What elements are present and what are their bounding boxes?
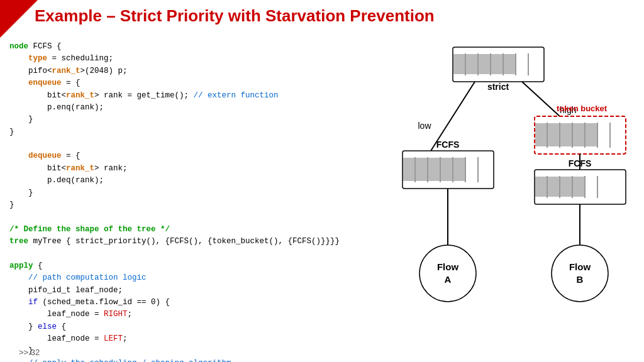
svg-rect-40 (441, 158, 452, 181)
fcfs-left-node: FCFS (402, 140, 494, 189)
svg-text:strict: strict (487, 82, 509, 92)
code-block: node FCFS { type = scheduling; pifo<rank… (9, 41, 362, 362)
svg-rect-7 (453, 54, 465, 74)
svg-point-60 (552, 245, 608, 302)
svg-text:A: A (445, 274, 452, 285)
diagram: strict low high token bucket (358, 41, 638, 349)
svg-rect-11 (504, 54, 515, 74)
top-triangle-decoration (0, 0, 38, 38)
svg-rect-41 (453, 158, 465, 181)
svg-text:B: B (577, 274, 584, 285)
page-title: Example – Strict Priority with Starvatio… (35, 6, 435, 26)
svg-rect-52 (573, 177, 584, 197)
svg-rect-49 (535, 177, 547, 197)
svg-rect-25 (548, 123, 559, 146)
svg-text:low: low (418, 121, 431, 131)
svg-text:token bucket: token bucket (557, 104, 608, 113)
page-number: >> 32 (19, 348, 40, 357)
svg-point-57 (419, 245, 476, 302)
svg-rect-9 (479, 54, 490, 74)
svg-rect-26 (560, 123, 572, 146)
svg-rect-27 (573, 123, 584, 146)
svg-rect-50 (548, 177, 559, 197)
svg-rect-51 (560, 177, 572, 197)
svg-rect-28 (586, 123, 597, 146)
svg-rect-8 (466, 54, 477, 74)
svg-rect-10 (491, 54, 502, 74)
svg-text:FCFS: FCFS (436, 140, 460, 150)
svg-text:Flow: Flow (437, 261, 458, 272)
token-bucket-node: token bucket (535, 104, 626, 154)
svg-rect-24 (535, 123, 547, 146)
svg-rect-38 (416, 158, 427, 181)
svg-text:Flow: Flow (569, 261, 591, 272)
svg-rect-39 (428, 158, 440, 181)
strict-node: strict (453, 47, 544, 92)
svg-line-14 (522, 82, 560, 116)
svg-rect-37 (403, 158, 414, 181)
